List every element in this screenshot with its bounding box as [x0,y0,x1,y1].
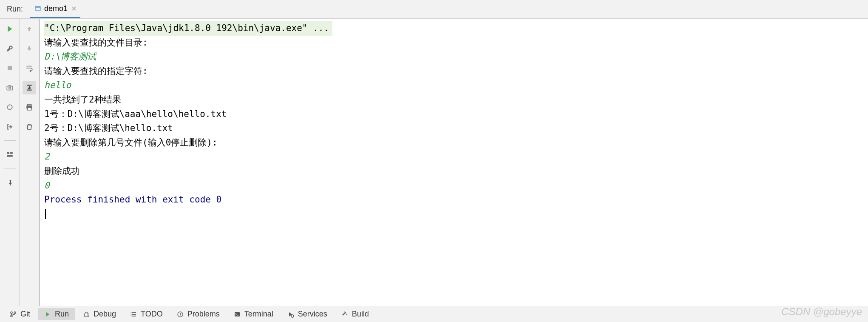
footer-label: Problems [187,310,220,319]
svg-point-6 [7,105,12,109]
console-line: 请输入要查找的文件目录: [44,36,865,50]
print-icon[interactable] [23,100,36,114]
console-line: 1号：D:\博客测试\aaa\hello\hello.txt [44,107,865,122]
svg-point-4 [9,87,11,89]
svg-rect-11 [26,106,32,109]
footer-tab-problems[interactable]: Problems [170,308,226,320]
console-line: 一共找到了2种结果 [44,93,865,107]
footer-tab-todo[interactable]: TODO [124,308,169,320]
scroll-to-end-icon[interactable] [23,81,36,94]
exit-icon[interactable] [3,120,17,134]
services-icon [287,311,295,318]
left-toolbar-2 [20,19,39,306]
svg-rect-9 [7,155,13,157]
warning-icon [176,311,184,318]
soft-wrap-icon[interactable] [23,61,36,75]
svg-point-19 [131,316,132,316]
run-label: Run: [0,5,30,14]
svg-rect-5 [8,85,11,86]
branch-icon [9,311,17,318]
svg-rect-22 [235,312,240,316]
layout-icon[interactable] [3,148,17,161]
footer-label: Git [20,310,30,319]
svg-point-13 [11,312,12,313]
svg-point-17 [131,312,132,313]
svg-rect-8 [10,152,13,154]
run-button[interactable] [3,22,17,36]
footer-tab-build[interactable]: Build [335,308,375,320]
up-arrow-icon[interactable] [23,22,36,36]
tab-area: demo1 [30,0,80,18]
console-line: 删除成功 [44,164,865,179]
console-line: D:\博客测试 [44,50,865,64]
tab-label: demo1 [44,4,68,13]
close-icon[interactable] [70,5,78,12]
play-icon [44,311,51,318]
run-tool-header: Run: demo1 [0,0,868,19]
footer-label: Run [55,310,69,319]
bug-icon [82,311,90,318]
down-arrow-icon[interactable] [23,42,36,55]
terminal-icon [233,311,241,318]
footer-tab-run[interactable]: Run [38,308,75,320]
list-icon [130,311,137,318]
svg-rect-10 [27,104,31,105]
svg-point-16 [85,313,88,317]
console-line: 请输入要查找的指定字符: [44,64,865,79]
footer-tab-services[interactable]: Services [281,308,333,320]
footer-tab-terminal[interactable]: Terminal [227,308,279,320]
footer-label: Services [298,310,327,319]
footer-tab-debug[interactable]: Debug [77,308,122,320]
pin-icon[interactable] [3,175,17,189]
svg-rect-7 [7,152,9,154]
svg-rect-2 [8,66,12,70]
footer-tab-git[interactable]: Git [3,308,36,320]
console-line: "C:\Program Files\Java\jdk1.8.0_192\bin\… [44,21,332,36]
left-toolbar-1 [0,19,20,306]
console-line: Process finished with exit code 0 [44,193,865,207]
main-area: "C:\Program Files\Java\jdk1.8.0_192\bin\… [0,19,868,306]
console-line: 2号：D:\博客测试\hello.txt [44,121,865,136]
svg-point-21 [180,315,181,316]
svg-point-15 [14,312,16,313]
trash-icon[interactable] [23,120,36,134]
console-line: 0 [44,179,865,193]
footer-label: Build [352,310,369,319]
svg-rect-3 [7,86,13,90]
footer-label: Debug [94,310,116,319]
console-line: 2 [44,150,865,164]
console-line: 请输入要删除第几号文件(输入0停止删除): [44,136,865,150]
svg-rect-1 [35,6,40,8]
bottom-toolbar: GitRunDebugTODOProblemsTerminalServicesB… [0,306,868,322]
application-icon [34,5,42,12]
hammer-icon [341,311,349,318]
console-output[interactable]: "C:\Program Files\Java\jdk1.8.0_192\bin\… [39,19,868,306]
svg-point-18 [131,314,132,315]
stop-button[interactable] [3,61,17,75]
separator [4,140,16,141]
svg-rect-12 [27,108,31,110]
svg-point-23 [291,315,294,317]
text-cursor [45,209,46,219]
tab-demo1[interactable]: demo1 [30,0,80,18]
footer-label: TODO [141,310,163,319]
footer-label: Terminal [244,310,273,319]
console-line: hello [44,78,865,93]
separator [4,168,16,168]
dump-threads-icon[interactable] [3,100,17,114]
svg-point-14 [11,315,12,317]
wrench-icon[interactable] [3,42,17,55]
camera-icon[interactable] [3,81,17,94]
cursor-line [44,207,865,222]
